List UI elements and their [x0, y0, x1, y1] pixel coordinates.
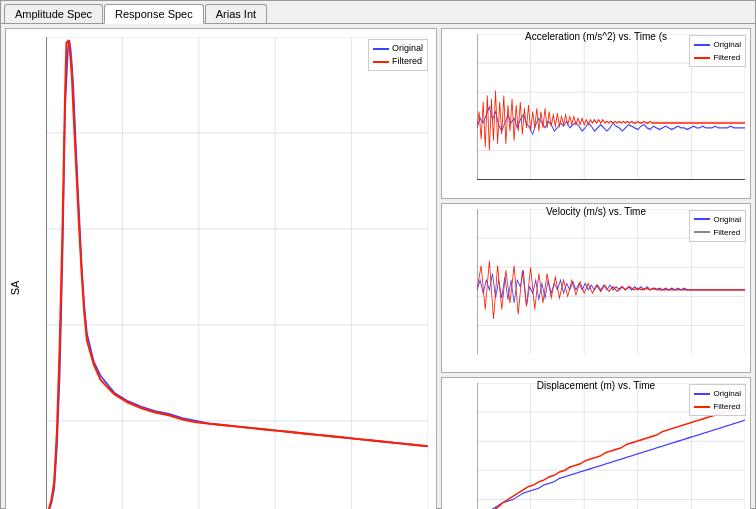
tab-arias-int[interactable]: Arias Int [205, 4, 267, 23]
tab-response-spec[interactable]: Response Spec [104, 4, 204, 24]
acceleration-chart: Acceleration (m/s^2) vs. Time (s Origina… [441, 28, 751, 199]
main-chart-panel: SA Original Filtered [5, 28, 437, 509]
accel-legend: Original Filtered [689, 35, 746, 67]
disp-legend: Original Filtered [689, 384, 746, 416]
legend-original-line [373, 48, 389, 50]
right-panel: Acceleration (m/s^2) vs. Time (s Origina… [441, 28, 751, 509]
content-area: SA Original Filtered [1, 24, 755, 509]
legend-filtered-line [373, 61, 389, 63]
legend-filtered-label: Filtered [392, 55, 422, 68]
legend-original: Original [373, 42, 423, 55]
main-chart-area: SA Original Filtered [6, 29, 436, 509]
displacement-chart: Displacement (m) vs. Time Original Filte… [441, 377, 751, 509]
main-chart-svg: 4.08 3.26 2.45 1.63 0.82 0.00 0.04 12.04… [46, 37, 428, 509]
main-y-label: SA [9, 281, 21, 296]
tab-amplitude-spec[interactable]: Amplitude Spec [4, 4, 103, 23]
legend-filtered: Filtered [373, 55, 423, 68]
vel-legend: Original Filtered [689, 210, 746, 242]
tab-bar: Amplitude Spec Response Spec Arias Int [1, 1, 755, 24]
main-chart-legend: Original Filtered [368, 39, 428, 71]
legend-original-label: Original [392, 42, 423, 55]
velocity-chart: Velocity (m/s) vs. Time Original Filtere… [441, 203, 751, 374]
